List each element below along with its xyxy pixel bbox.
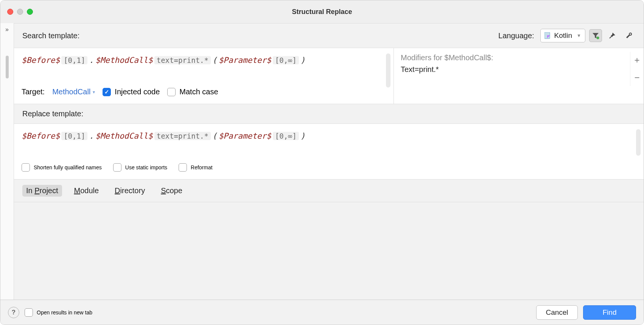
checkbox-box	[113, 163, 121, 172]
open-paren: (	[212, 56, 217, 65]
replace-options-row: Shorten fully qualified names Use static…	[22, 163, 636, 172]
search-editor[interactable]: $Before$ [0,1] . $MethodCall$ text=print…	[14, 48, 394, 104]
reformat-checkbox[interactable]: Reformat	[179, 163, 213, 172]
reformat-label: Reformat	[191, 164, 213, 170]
modifiers-body[interactable]: Text=print.*	[401, 65, 637, 74]
injected-code-checkbox[interactable]: Injected code	[103, 88, 160, 96]
window-title: Structural Replace	[0, 8, 644, 16]
expand-icon[interactable]: »	[5, 26, 9, 33]
checkbox-box	[103, 88, 111, 96]
language-label: Language:	[498, 31, 534, 40]
window-controls	[7, 9, 33, 15]
minimize-window-button[interactable]	[17, 9, 23, 15]
search-split: $Before$ [0,1] . $MethodCall$ text=print…	[14, 48, 644, 104]
shorten-fqn-label: Shorten fully qualified names	[34, 164, 102, 170]
help-button[interactable]: ?	[8, 307, 19, 318]
filter-methodcall: text=print.*	[154, 56, 211, 64]
remove-modifier-button[interactable]: −	[634, 72, 639, 83]
cardinality-parameter: [0,∞]	[273, 132, 299, 140]
filter-methodcall: text=print.*	[154, 132, 211, 140]
chevron-down-icon: ▾	[93, 89, 95, 95]
replace-code-line: $Before$ [0,1] . $MethodCall$ text=print…	[22, 131, 636, 141]
funnel-icon	[592, 32, 599, 39]
dot: .	[89, 131, 94, 141]
close-paren: )	[300, 131, 305, 141]
checkbox-box	[179, 163, 187, 172]
add-modifier-button[interactable]: +	[634, 55, 639, 66]
pin-button[interactable]	[606, 29, 619, 42]
cardinality-before: [0,1]	[61, 56, 87, 64]
modifiers-pane: Modifiers for $MethodCall$: Text=print.*…	[394, 48, 644, 104]
use-static-imports-checkbox[interactable]: Use static imports	[113, 163, 167, 172]
replace-editor-scrollbar[interactable]	[636, 129, 641, 156]
svg-line-4	[610, 37, 611, 38]
target-label: Target:	[22, 88, 45, 96]
settings-button[interactable]	[622, 29, 635, 42]
scope-tab-scope[interactable]: Scope	[157, 185, 186, 197]
filter-button[interactable]	[589, 29, 602, 42]
modifiers-title: Modifiers for $MethodCall$:	[401, 53, 637, 62]
target-dropdown[interactable]: MethodCall ▾	[52, 88, 95, 96]
left-gutter: »	[0, 23, 14, 300]
svg-point-3	[597, 37, 599, 39]
checkbox-box	[22, 163, 30, 172]
cardinality-before: [0,1]	[61, 132, 87, 140]
replace-editor[interactable]: $Before$ [0,1] . $MethodCall$ text=print…	[14, 124, 644, 180]
var-before: $Before$	[22, 131, 60, 141]
close-paren: )	[300, 56, 305, 65]
wrench-icon	[625, 32, 633, 39]
titlebar: Structural Replace	[0, 0, 644, 23]
search-template-label: Search template:	[22, 31, 79, 40]
match-case-label: Match case	[179, 88, 218, 96]
use-static-imports-label: Use static imports	[125, 164, 167, 170]
pin-icon	[609, 32, 616, 39]
match-case-checkbox[interactable]: Match case	[167, 88, 218, 96]
replace-header: Replace template:	[14, 104, 644, 124]
main-column: Search template: Language: Kotlin ▼	[14, 23, 644, 300]
scope-tabs: In Project Module Directory Scope	[14, 180, 644, 202]
search-header: Search template: Language: Kotlin ▼	[14, 23, 644, 48]
target-value: MethodCall	[52, 88, 90, 96]
gutter-scrollbar[interactable]	[6, 56, 9, 78]
checkbox-box	[167, 88, 176, 96]
search-toolbar: Language: Kotlin ▼	[498, 29, 635, 42]
open-in-new-tab-label: Open results in new tab	[37, 309, 92, 316]
cardinality-parameter: [0,∞]	[273, 56, 299, 64]
var-parameter: $Parameter$	[219, 131, 271, 141]
zoom-window-button[interactable]	[27, 9, 33, 15]
kotlin-file-icon	[544, 32, 551, 39]
open-in-new-tab-checkbox[interactable]: Open results in new tab	[25, 308, 92, 317]
var-methodcall: $MethodCall$	[95, 131, 153, 141]
var-parameter: $Parameter$	[219, 56, 271, 65]
open-paren: (	[212, 131, 217, 141]
replace-template-label: Replace template:	[22, 109, 83, 118]
dialog-footer: ? Open results in new tab Cancel Find	[0, 300, 644, 325]
scope-tab-module[interactable]: Module	[70, 185, 103, 197]
injected-code-label: Injected code	[115, 88, 160, 96]
language-value: Kotlin	[554, 31, 572, 40]
chevron-down-icon: ▼	[577, 33, 581, 38]
var-before: $Before$	[22, 56, 60, 65]
search-editor-scrollbar[interactable]	[386, 53, 390, 88]
dialog-body: » Search template: Language: Kotlin ▼	[0, 23, 644, 300]
var-methodcall: $MethodCall$	[95, 56, 153, 65]
target-row: Target: MethodCall ▾ Injected code Match…	[22, 88, 386, 96]
scope-tab-project[interactable]: In Project	[22, 185, 62, 197]
shorten-fqn-checkbox[interactable]: Shorten fully qualified names	[22, 163, 102, 172]
search-code-line: $Before$ [0,1] . $MethodCall$ text=print…	[22, 56, 386, 65]
find-button[interactable]: Find	[583, 305, 636, 320]
modifiers-actions: + −	[630, 52, 644, 86]
cancel-button[interactable]: Cancel	[536, 305, 578, 320]
checkbox-box	[25, 308, 33, 317]
close-window-button[interactable]	[7, 9, 13, 15]
structural-replace-dialog: Structural Replace » Search template: La…	[0, 0, 644, 325]
language-combo[interactable]: Kotlin ▼	[540, 29, 585, 42]
dot: .	[89, 56, 94, 65]
scope-tab-directory[interactable]: Directory	[111, 185, 149, 197]
